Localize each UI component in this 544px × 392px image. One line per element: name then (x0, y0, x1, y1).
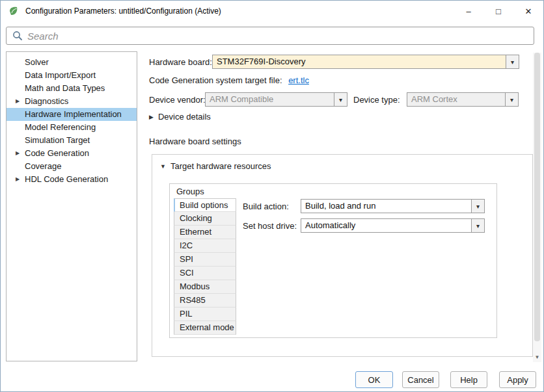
groups-label: Groups (176, 187, 204, 196)
build-action-select[interactable]: Build, load and run ▾ (301, 199, 485, 213)
sidebar-item-code-generation[interactable]: ▶Code Generation (7, 147, 137, 160)
groups-panel: Groups Build options Clocking Ethernet I… (169, 183, 497, 338)
group-tab-clocking[interactable]: Clocking (174, 212, 236, 226)
sidebar-item-data-import-export[interactable]: Data Import/Export (7, 69, 137, 82)
sidebar-item-simulation-target[interactable]: Simulation Target (7, 134, 137, 147)
build-action-value: Build, load and run (301, 200, 471, 213)
sidebar-item-label: Data Import/Export (25, 70, 96, 80)
device-vendor-label: Device vendor: (149, 95, 206, 105)
search-input[interactable] (27, 31, 534, 42)
group-tab-sci[interactable]: SCI (174, 267, 236, 280)
sidebar-item-label: Code Generation (25, 148, 89, 158)
sidebar-item-label: Diagnostics (25, 96, 68, 106)
window-title: Configuration Parameters: untitled/Confi… (25, 7, 221, 16)
dropdown-glyph: ▾ (511, 59, 514, 66)
dropdown-arrow-icon[interactable]: ▾ (505, 93, 518, 106)
sidebar-item-label: Hardware Implementation (25, 109, 122, 119)
build-action-label: Build action: (243, 202, 289, 211)
sidebar-item-math-and-data-types[interactable]: Math and Data Types (7, 82, 137, 95)
help-button[interactable]: Help (450, 371, 487, 388)
groups-tab-list: Build options Clocking Ethernet I2C SPI … (174, 198, 236, 335)
system-target-file-link[interactable]: ert.tlc (288, 75, 309, 85)
device-vendor-select[interactable]: ARM Compatible ▾ (205, 92, 347, 107)
collapsed-arrow-icon: ▶ (149, 114, 154, 120)
expand-arrow-icon[interactable]: ▶ (14, 147, 21, 160)
sidebar-item-label: Simulation Target (25, 135, 90, 145)
dropdown-glyph: ▾ (476, 203, 480, 210)
target-hardware-resources-panel: ▼ Target hardware resources Groups Build… (152, 154, 533, 357)
sidebar-item-solver[interactable]: Solver (7, 56, 137, 69)
dropdown-arrow-icon[interactable]: ▾ (506, 55, 519, 68)
search-bar[interactable] (6, 27, 534, 45)
expanded-arrow-icon: ▼ (160, 163, 166, 170)
dropdown-arrow-icon[interactable]: ▾ (471, 200, 484, 213)
group-tab-build-options[interactable]: Build options (174, 198, 236, 212)
sidebar-item-hdl-code-generation[interactable]: ▶HDL Code Generation (7, 173, 137, 186)
hardware-board-label: Hardware board: (149, 57, 212, 67)
device-vendor-value: ARM Compatible (206, 93, 334, 106)
hardware-board-settings-heading: Hardware board settings (149, 137, 241, 146)
set-host-drive-value: Automatically (301, 219, 471, 232)
hardware-board-select[interactable]: STM32F769I-Discovery ▾ (212, 55, 519, 69)
dropdown-arrow-icon[interactable]: ▾ (471, 219, 484, 232)
minimize-button[interactable]: – (454, 1, 483, 21)
sidebar-item-label: HDL Code Generation (25, 174, 108, 184)
device-details-toggle[interactable]: ▶ Device details (149, 112, 211, 122)
expand-arrow-icon[interactable]: ▶ (14, 173, 21, 186)
search-icon (12, 30, 23, 42)
group-tab-ethernet[interactable]: Ethernet (174, 226, 236, 239)
sidebar-item-label: Coverage (25, 161, 61, 171)
system-target-file-row: Code Generation system target file: ert.… (149, 75, 309, 85)
dropdown-glyph: ▾ (510, 96, 513, 103)
device-type-select[interactable]: ARM Cortex ▾ (407, 92, 519, 107)
category-tree: Solver Data Import/Export Math and Data … (6, 51, 137, 361)
expand-arrow-icon[interactable]: ▶ (14, 95, 21, 108)
group-tab-i2c[interactable]: I2C (174, 239, 236, 253)
scrollbar-thumb[interactable] (534, 53, 540, 341)
sidebar-item-model-referencing[interactable]: Model Referencing (7, 121, 137, 134)
device-type-label: Device type: (353, 95, 400, 105)
ok-button[interactable]: OK (355, 371, 393, 388)
sidebar-item-label: Math and Data Types (25, 83, 105, 93)
device-details-label: Device details (158, 112, 211, 122)
group-tab-spi[interactable]: SPI (174, 253, 236, 267)
maximize-button[interactable]: □ (483, 1, 513, 21)
configuration-parameters-dialog: Configuration Parameters: untitled/Confi… (0, 0, 544, 392)
title-bar: Configuration Parameters: untitled/Confi… (1, 1, 543, 21)
vertical-scrollbar[interactable]: ▼ (533, 53, 541, 362)
device-type-value: ARM Cortex (407, 93, 505, 106)
dropdown-glyph: ▾ (476, 222, 480, 229)
group-tab-modbus[interactable]: Modbus (174, 280, 236, 294)
sidebar-item-label: Solver (25, 57, 49, 67)
dropdown-glyph: ▾ (339, 96, 342, 103)
group-tab-rs485[interactable]: RS485 (174, 294, 236, 307)
sidebar-item-coverage[interactable]: Coverage (7, 160, 137, 173)
window-controls: – □ ✕ (454, 1, 543, 21)
hardware-board-value: STM32F769I-Discovery (213, 55, 506, 68)
group-tab-pil[interactable]: PIL (174, 307, 236, 321)
cancel-button[interactable]: Cancel (402, 371, 439, 388)
sidebar-item-label: Model Referencing (25, 122, 96, 132)
scroll-down-arrow-icon[interactable]: ▼ (533, 352, 541, 362)
group-tab-external-mode[interactable]: External mode (174, 321, 236, 335)
set-host-drive-select[interactable]: Automatically ▾ (301, 218, 485, 233)
set-host-drive-label: Set host drive: (243, 221, 297, 231)
system-target-file-label: Code Generation system target file: (149, 75, 282, 85)
target-hardware-resources-toggle[interactable]: ▼ Target hardware resources (160, 161, 271, 171)
apply-button[interactable]: Apply (499, 371, 536, 388)
simulink-icon (8, 6, 19, 16)
dropdown-arrow-icon[interactable]: ▾ (334, 93, 347, 106)
sidebar-item-diagnostics[interactable]: ▶Diagnostics (7, 95, 137, 108)
target-hardware-resources-title: Target hardware resources (170, 161, 271, 171)
close-button[interactable]: ✕ (513, 1, 543, 21)
sidebar-item-hardware-implementation[interactable]: Hardware Implementation (7, 108, 137, 121)
